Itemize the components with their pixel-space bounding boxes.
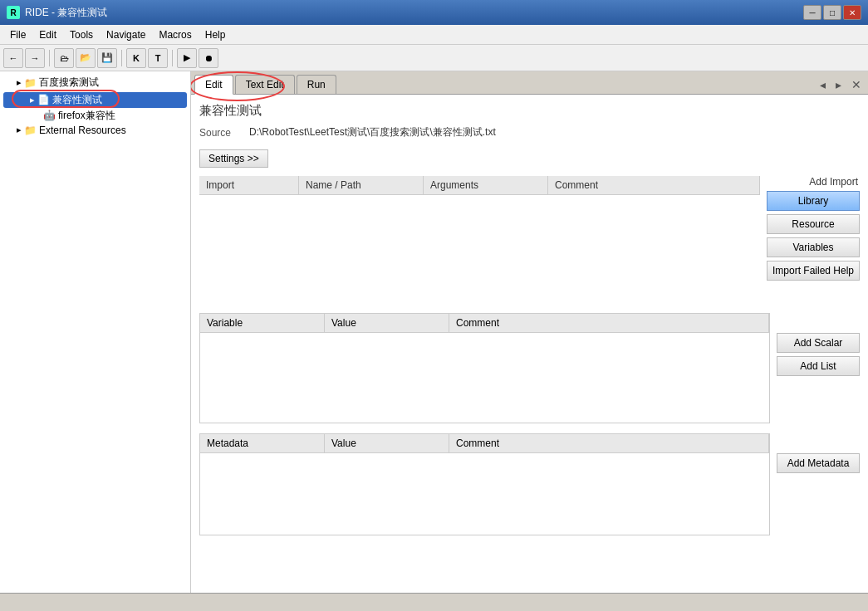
file-icon: 📄 (37, 94, 50, 105)
tab-text-edit[interactable]: Text Edit (235, 75, 295, 94)
tree-label: 兼容性测试 (52, 93, 102, 107)
right-panel: Edit Text Edit Run ◂ ▸ ✕ 兼容性测试 Source D:… (191, 71, 868, 593)
variable-layout: Variable Value Comment Add Scalar Add Li… (199, 313, 860, 423)
meta-col-metadata: Metadata (200, 434, 325, 452)
title-bar: R RIDE - 兼容性测试 ─ □ ✕ (0, 0, 868, 25)
tree-label: firefox兼容性 (58, 109, 115, 123)
content-area: 兼容性测试 Source D:\RobotTest\LeetTest测试\百度搜… (191, 95, 868, 593)
import-section: Import Name / Path Arguments Comment Add… (199, 176, 860, 303)
tab-close-button[interactable]: ✕ (848, 78, 865, 91)
menu-tools[interactable]: Tools (63, 27, 100, 42)
tree-item-external[interactable]: ▸ 📁 External Resources (3, 124, 187, 137)
import-col-args: Arguments (424, 176, 548, 194)
expand-icon: ▸ (17, 77, 22, 88)
variable-table-body (199, 332, 770, 423)
toolbar: ← → 🗁 📂 💾 K T ▶ ⏺ (0, 45, 868, 71)
robot-icon: 🤖 (43, 110, 56, 121)
metadata-layout: Metadata Value Comment Add Metadata (199, 433, 860, 535)
variable-table-container: Variable Value Comment (199, 313, 770, 423)
run-button[interactable]: ▶ (177, 48, 197, 68)
record-button[interactable]: ⏺ (199, 48, 218, 68)
open-folder-button[interactable]: 🗁 (54, 48, 74, 68)
app-icon: R (7, 6, 20, 19)
import-table-container: Import Name / Path Arguments Comment (199, 176, 760, 303)
toolbar-separator-2 (121, 50, 122, 66)
status-bar (0, 593, 868, 611)
metadata-buttons: Add Metadata (777, 433, 860, 535)
tree-item-firefox[interactable]: 🤖 firefox兼容性 (3, 108, 187, 124)
add-list-button[interactable]: Add List (777, 356, 860, 376)
import-col-name: Name / Path (299, 176, 424, 194)
tree-label: 百度搜索测试 (39, 76, 99, 90)
meta-col-comment: Comment (449, 434, 769, 452)
variables-button[interactable]: Variables (767, 237, 860, 257)
save-button[interactable]: 💾 (97, 48, 117, 68)
import-col-import: Import (199, 176, 299, 194)
library-button[interactable]: Library (767, 191, 860, 211)
source-path: D:\RobotTest\LeetTest测试\百度搜索测试\兼容性测试.txt (249, 125, 496, 139)
import-buttons: Add Import Library Resource Variables Im… (767, 176, 860, 303)
window-title: RIDE - 兼容性测试 (25, 6, 803, 20)
var-col-value: Value (325, 314, 449, 332)
settings-button[interactable]: Settings >> (199, 149, 268, 168)
add-metadata-button[interactable]: Add Metadata (777, 453, 860, 473)
tab-run[interactable]: Run (297, 75, 336, 94)
text-button[interactable]: T (148, 48, 168, 68)
import-failed-help-button[interactable]: Import Failed Help (767, 261, 860, 281)
tab-bar: Edit Text Edit Run ◂ ▸ ✕ (191, 71, 868, 95)
left-panel: ▸ 📁 百度搜索测试 ▸ 📄 兼容性测试 🤖 firefox兼容性 (0, 71, 191, 593)
import-col-comment: Comment (548, 176, 760, 194)
add-import-label: Add Import (767, 176, 860, 188)
folder-icon: 📁 (24, 125, 37, 136)
minimize-button[interactable]: ─ (803, 5, 821, 20)
metadata-section: Metadata Value Comment Add Metadata (199, 433, 860, 535)
menu-help[interactable]: Help (199, 27, 233, 42)
tab-prev-button[interactable]: ◂ (817, 78, 829, 91)
back-button[interactable]: ← (3, 48, 23, 68)
menu-navigate[interactable]: Navigate (100, 27, 152, 42)
folder-icon: 📁 (24, 77, 37, 89)
menu-bar: File Edit Tools Navigate Macros Help (0, 25, 868, 45)
menu-edit[interactable]: Edit (32, 27, 63, 42)
open-file-button[interactable]: 📂 (76, 48, 96, 68)
forward-button[interactable]: → (25, 48, 45, 68)
toolbar-separator-1 (49, 50, 50, 66)
window-controls: ─ □ ✕ (803, 5, 861, 20)
main-layout: ▸ 📁 百度搜索测试 ▸ 📄 兼容性测试 🤖 firefox兼容性 (0, 71, 868, 593)
toolbar-separator-3 (172, 50, 173, 66)
tree-item-jiaorongxingceshi[interactable]: ▸ 📄 兼容性测试 (3, 92, 187, 108)
source-row: Source D:\RobotTest\LeetTest测试\百度搜索测试\兼容… (199, 125, 860, 139)
metadata-table-container: Metadata Value Comment (199, 433, 770, 535)
meta-col-value: Value (325, 434, 449, 452)
add-scalar-button[interactable]: Add Scalar (777, 333, 860, 353)
source-label: Source (199, 127, 249, 139)
expand-icon: ▸ (17, 125, 22, 135)
variable-table-header: Variable Value Comment (199, 313, 770, 332)
metadata-table-body (199, 452, 770, 535)
expand-icon: ▸ (30, 95, 35, 105)
close-button[interactable]: ✕ (843, 5, 861, 20)
tab-edit[interactable]: Edit (194, 75, 233, 95)
tree-item-baidusousuoceshi[interactable]: ▸ 📁 百度搜索测试 (3, 75, 187, 90)
maximize-button[interactable]: □ (823, 5, 841, 20)
var-col-variable: Variable (200, 314, 325, 332)
key-button[interactable]: K (126, 48, 146, 68)
section-title: 兼容性测试 (199, 103, 860, 119)
var-col-comment: Comment (449, 314, 769, 332)
import-table-header: Import Name / Path Arguments Comment (199, 176, 760, 195)
tab-next-button[interactable]: ▸ (832, 78, 845, 91)
metadata-table-header: Metadata Value Comment (199, 433, 770, 452)
tab-nav: ◂ ▸ ✕ (817, 78, 865, 91)
variable-section: Variable Value Comment Add Scalar Add Li… (199, 313, 860, 423)
menu-file[interactable]: File (3, 27, 32, 42)
variable-buttons: Add Scalar Add List (777, 313, 860, 423)
menu-macros[interactable]: Macros (152, 27, 198, 42)
resource-button[interactable]: Resource (767, 214, 860, 234)
import-table-body (199, 195, 760, 303)
tree-label: External Resources (39, 125, 126, 136)
